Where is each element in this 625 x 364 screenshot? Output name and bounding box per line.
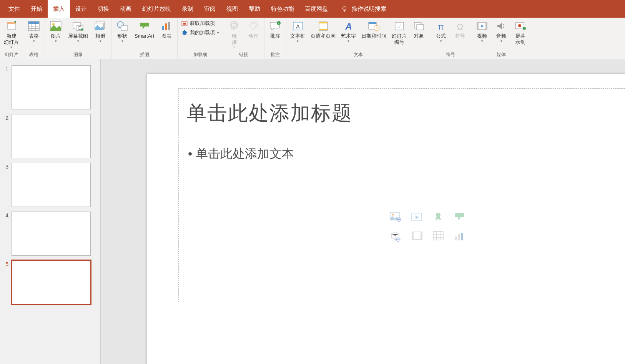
insert-icon-icon[interactable] xyxy=(433,212,444,222)
group-comments-label: 批注 xyxy=(266,51,284,59)
insert-online-picture-icon[interactable] xyxy=(390,212,401,222)
tab-animations[interactable]: 动画 xyxy=(115,0,137,18)
album-button[interactable]: 相册 ▾ xyxy=(91,18,110,43)
ribbon: 新建 幻灯片 ▾ 幻灯片 表格 ▾ 表格 图片 ▾ xyxy=(0,18,625,59)
thumb-row-4[interactable]: 4 xyxy=(0,209,100,258)
tab-transitions[interactable]: 切换 xyxy=(92,0,115,18)
pictures-button[interactable]: 图片 ▾ xyxy=(47,18,65,43)
tab-view[interactable]: 视图 xyxy=(221,0,243,18)
tab-baidu[interactable]: 百度网盘 xyxy=(299,0,333,18)
group-illustrations-label: 插图 xyxy=(113,51,176,59)
chevron-down-icon: ▾ xyxy=(77,39,79,43)
group-symbols-label: 符号 xyxy=(432,51,469,59)
slide-canvas[interactable]: 单击此处添加标题 • 单击此处添加文本 xyxy=(147,74,625,364)
my-addins-button[interactable]: 我的加载项 ▾ xyxy=(181,29,219,36)
audio-button[interactable]: 音频 ▾ xyxy=(492,18,510,43)
group-text-label: 文本 xyxy=(288,51,428,59)
new-slide-button[interactable]: 新建 幻灯片 ▾ xyxy=(2,18,21,49)
thumbnail-panel[interactable]: 1 2 3 4 5 xyxy=(0,59,101,364)
svg-point-51 xyxy=(518,24,521,27)
thumb-row-3[interactable]: 3 xyxy=(0,160,100,209)
chevron-down-icon: ▾ xyxy=(500,39,502,43)
tab-file[interactable]: 文件 xyxy=(3,0,25,18)
content-placeholder[interactable]: • 单击此处添加文本 xyxy=(178,140,625,302)
slide-thumbnail[interactable] xyxy=(12,260,91,304)
tell-me-search[interactable]: 操作说明搜索 xyxy=(341,0,386,18)
comment-button[interactable]: + 批注 xyxy=(266,18,284,39)
lightbulb-icon xyxy=(341,5,348,12)
svg-rect-21 xyxy=(162,26,164,30)
slide-thumbnail[interactable] xyxy=(12,212,91,256)
chart-label: 图表 xyxy=(161,33,171,39)
tab-help[interactable]: 帮助 xyxy=(243,0,266,18)
tab-record[interactable]: 录制 xyxy=(176,0,199,18)
album-label: 相册 xyxy=(95,33,105,39)
tab-special[interactable]: 特色功能 xyxy=(266,0,299,18)
tab-insert[interactable]: 插入 xyxy=(48,0,70,18)
thumb-number: 3 xyxy=(2,163,8,170)
group-media-label: 媒体 xyxy=(473,51,530,59)
tables-label: 表格 xyxy=(29,33,39,39)
group-slides: 新建 幻灯片 ▾ 幻灯片 xyxy=(0,18,23,59)
tables-button[interactable]: 表格 ▾ xyxy=(25,18,43,43)
tab-home[interactable]: 开始 xyxy=(25,0,48,18)
equation-icon: π xyxy=(435,20,447,32)
insert-video-icon[interactable] xyxy=(411,231,423,241)
svg-text:A: A xyxy=(296,23,300,30)
chevron-down-icon: ▾ xyxy=(10,45,12,49)
equation-button[interactable]: π 公式 ▾ xyxy=(432,18,450,43)
datetime-icon xyxy=(368,20,380,32)
svg-marker-58 xyxy=(416,215,419,219)
chevron-down-icon: ▾ xyxy=(121,39,123,43)
svg-rect-43 xyxy=(417,25,424,30)
smartart-label: SmartArt xyxy=(135,33,154,39)
group-illustrations: 形状 ▾ SmartArt 图表 插图 xyxy=(111,18,178,59)
table-icon xyxy=(28,20,40,32)
slide-thumbnail[interactable] xyxy=(12,65,91,109)
thumb-row-2[interactable]: 2 xyxy=(0,112,100,160)
screenshot-button[interactable]: + 屏幕截图 ▾ xyxy=(66,18,90,43)
textbox-button[interactable]: A 文本框 ▾ xyxy=(288,18,308,43)
svg-rect-48 xyxy=(485,23,487,30)
insert-chart-icon[interactable] xyxy=(454,231,466,241)
slide-thumbnail[interactable] xyxy=(12,114,91,158)
header-footer-button[interactable]: 页眉和页脚 xyxy=(308,18,338,39)
object-button[interactable]: 对象 xyxy=(410,18,428,39)
slide-editor-area[interactable]: 单击此处添加标题 • 单击此处添加文本 单击此处添加备注 xyxy=(101,59,625,364)
title-placeholder[interactable]: 单击此处添加标题 xyxy=(178,88,625,138)
tab-review[interactable]: 审阅 xyxy=(199,0,221,18)
screen-recording-button[interactable]: + 屏幕 录制 xyxy=(511,18,530,45)
group-links-label: 链接 xyxy=(225,51,263,59)
insert-table-icon[interactable] xyxy=(433,231,444,241)
svg-rect-70 xyxy=(461,233,463,240)
slide-number-button[interactable]: # 幻灯片 编号 xyxy=(389,18,409,45)
group-symbols: π 公式 ▾ Ω 符号 符号 xyxy=(430,18,471,59)
chevron-down-icon: ▾ xyxy=(100,39,101,43)
shapes-button[interactable]: 形状 ▾ xyxy=(113,18,131,43)
content-insert-icons xyxy=(390,212,470,247)
thumb-number: 5 xyxy=(2,260,8,267)
wordart-button[interactable]: A 艺术字 ▾ xyxy=(339,18,358,43)
get-addins-button[interactable]: 获取加载项 xyxy=(181,20,219,27)
datetime-button[interactable]: 日期和时间 xyxy=(359,18,389,39)
tab-design[interactable]: 设计 xyxy=(70,0,92,18)
insert-3dmodel-icon[interactable] xyxy=(390,231,401,241)
thumb-row-1[interactable]: 1 xyxy=(0,63,100,112)
chart-icon xyxy=(160,20,173,32)
thumb-row-5[interactable]: 5 xyxy=(0,258,100,307)
tab-slideshow[interactable]: 幻灯片放映 xyxy=(137,0,176,18)
svg-rect-68 xyxy=(455,237,457,240)
insert-smartart-icon[interactable] xyxy=(454,212,466,222)
svg-point-3 xyxy=(15,21,16,22)
store-icon xyxy=(181,20,188,26)
object-label: 对象 xyxy=(414,33,424,39)
link-icon xyxy=(228,20,240,32)
slide-thumbnail[interactable] xyxy=(12,163,91,207)
video-button[interactable]: 视频 ▾ xyxy=(473,18,491,43)
thumb-number: 4 xyxy=(2,212,8,218)
smartart-button[interactable]: SmartArt xyxy=(132,18,156,39)
insert-picture-icon[interactable] xyxy=(411,212,423,222)
chart-button[interactable]: 图表 xyxy=(157,18,176,39)
shapes-label: 形状 xyxy=(117,33,127,39)
datetime-label: 日期和时间 xyxy=(361,33,386,39)
